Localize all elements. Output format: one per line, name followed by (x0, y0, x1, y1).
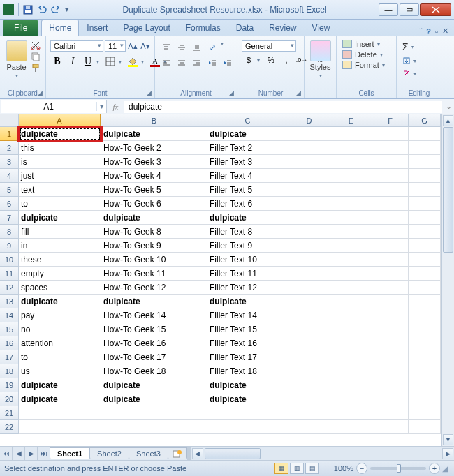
cell[interactable]: dulpicate (207, 378, 288, 392)
cell[interactable]: How-To Geek 8 (101, 225, 207, 239)
cell[interactable] (409, 211, 441, 225)
cell[interactable]: How-To Geek 6 (101, 197, 207, 211)
cell[interactable] (330, 169, 372, 183)
row-header[interactable]: 3 (0, 155, 19, 169)
close-button[interactable] (420, 3, 451, 16)
cell[interactable] (372, 239, 409, 253)
formula-input[interactable] (124, 101, 442, 113)
cell[interactable] (372, 253, 409, 267)
ribbon-tab-formulas[interactable]: Formulas (178, 20, 228, 36)
cell[interactable]: us (19, 364, 101, 378)
cell[interactable] (330, 308, 372, 322)
cell[interactable] (409, 392, 441, 406)
cell[interactable]: dulpicate (19, 378, 101, 392)
cell[interactable]: Filler Text 10 (207, 253, 288, 267)
cell[interactable]: Filler Text 17 (207, 350, 288, 364)
fill-color-dropdown[interactable]: ▾ (141, 59, 147, 65)
tab-nav-last-icon[interactable]: ⏭ (38, 447, 50, 460)
cell[interactable] (330, 141, 372, 155)
cell[interactable] (372, 406, 409, 420)
cell[interactable] (372, 420, 409, 434)
cell[interactable]: Filler Text 11 (207, 267, 288, 281)
cell[interactable]: dulpicate (19, 392, 101, 406)
cell[interactable]: Filler Text 14 (207, 308, 288, 322)
row-header[interactable]: 6 (0, 197, 19, 211)
cell[interactable] (288, 169, 330, 183)
cell[interactable] (372, 336, 409, 350)
clipboard-launcher-icon[interactable]: ◢ (36, 89, 44, 97)
cell[interactable]: How-To Geek 9 (101, 239, 207, 253)
cell[interactable]: How-To Geek 4 (101, 169, 207, 183)
fill-color-icon[interactable] (126, 54, 140, 68)
font-size-combo[interactable]: 11 (105, 40, 126, 52)
cell[interactable] (330, 322, 372, 336)
cell[interactable] (372, 127, 409, 141)
cell[interactable]: How-To Geek 11 (101, 267, 207, 281)
cell[interactable] (330, 239, 372, 253)
cell[interactable]: dulpicate (19, 295, 101, 308)
font-launcher-icon[interactable]: ◢ (145, 89, 153, 97)
number-format-combo[interactable]: General (242, 40, 296, 52)
cell[interactable] (372, 364, 409, 378)
column-header-C[interactable]: C (207, 114, 288, 127)
row-header[interactable]: 7 (0, 211, 19, 225)
cell[interactable] (372, 211, 409, 225)
cell[interactable] (372, 267, 409, 281)
row-header[interactable]: 22 (0, 420, 19, 434)
cell[interactable] (372, 155, 409, 169)
cell[interactable]: no (19, 322, 101, 336)
cell[interactable] (330, 155, 372, 169)
zoom-level[interactable]: 100% (324, 464, 353, 473)
cell[interactable]: Filler Text 5 (207, 183, 288, 197)
normal-view-icon[interactable]: ▦ (274, 463, 288, 474)
cell[interactable]: Filler Text 9 (207, 239, 288, 253)
align-left-icon[interactable] (159, 56, 173, 70)
fill-button[interactable]: ▾ (401, 56, 420, 66)
cell[interactable] (330, 378, 372, 392)
qat-customize-icon[interactable]: ▾ (64, 3, 71, 16)
cell[interactable] (409, 155, 441, 169)
row-header[interactable]: 12 (0, 281, 19, 295)
cell[interactable] (409, 225, 441, 239)
cell[interactable] (330, 406, 372, 420)
borders-dropdown[interactable]: ▾ (119, 59, 124, 65)
cell[interactable]: How-To Geek 10 (101, 253, 207, 267)
cell[interactable] (372, 392, 409, 406)
accounting-format-icon[interactable]: $ (242, 53, 256, 67)
cell[interactable] (288, 378, 330, 392)
alignment-launcher-icon[interactable]: ◢ (227, 89, 235, 97)
zoom-in-icon[interactable]: + (429, 463, 440, 474)
cell[interactable]: Filler Text 12 (207, 281, 288, 295)
cell[interactable] (288, 322, 330, 336)
cell[interactable]: just (19, 169, 101, 183)
redo-icon[interactable] (50, 3, 62, 16)
cell[interactable]: this (19, 141, 101, 155)
cell[interactable] (409, 295, 441, 308)
cell[interactable] (409, 169, 441, 183)
cell[interactable] (372, 281, 409, 295)
cell[interactable] (409, 267, 441, 281)
cell[interactable]: Filler Text 18 (207, 364, 288, 378)
cell[interactable] (288, 127, 330, 141)
column-header-B[interactable]: B (101, 114, 207, 127)
row-header[interactable]: 17 (0, 350, 19, 364)
cell[interactable] (330, 350, 372, 364)
cell[interactable] (330, 267, 372, 281)
row-header[interactable]: 4 (0, 169, 19, 183)
close-workbook-icon[interactable]: ✕ (442, 27, 448, 36)
cell[interactable]: How-To Geek 2 (101, 141, 207, 155)
cell[interactable] (409, 308, 441, 322)
cell[interactable] (372, 322, 409, 336)
ribbon-tab-review[interactable]: Review (261, 20, 304, 36)
cell[interactable] (372, 350, 409, 364)
cell[interactable] (372, 183, 409, 197)
resize-grip-icon[interactable]: ◢ (440, 464, 450, 473)
cell[interactable]: Filler Text 4 (207, 169, 288, 183)
row-header[interactable]: 10 (0, 253, 19, 267)
help-icon[interactable]: ? (426, 27, 431, 36)
row-header[interactable]: 20 (0, 392, 19, 406)
cell[interactable]: How-To Geek 18 (101, 364, 207, 378)
insert-cells-button[interactable]: Insert▾ (341, 39, 389, 49)
sheet-tab-sheet2[interactable]: Sheet2 (89, 447, 129, 459)
cell[interactable] (288, 364, 330, 378)
